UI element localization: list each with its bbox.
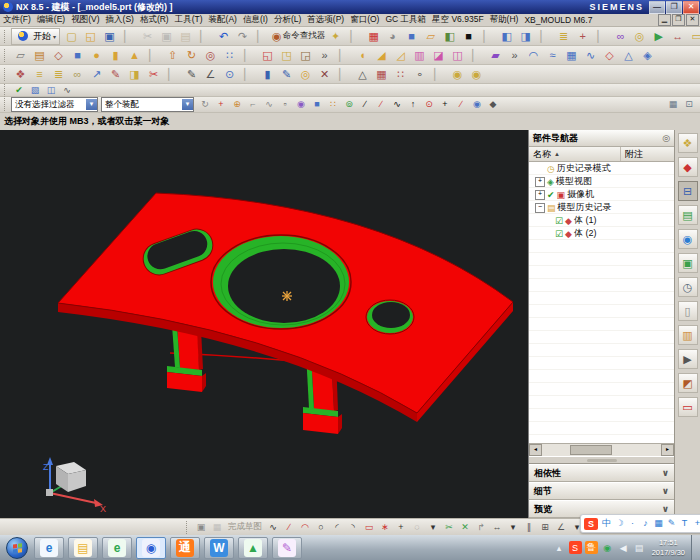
- sogou-voice[interactable]: ♪: [639, 517, 652, 530]
- separator[interactable]: ▏: [252, 28, 271, 44]
- render-style[interactable]: ▦: [209, 521, 225, 534]
- selection-scope-combo[interactable]: 整个装配 ▼: [101, 97, 194, 112]
- separator[interactable]: ▏: [334, 47, 353, 63]
- group-objects[interactable]: ∘: [410, 66, 429, 82]
- menu-item[interactable]: 信息(I): [240, 14, 271, 26]
- ruled-surface[interactable]: ◠: [524, 47, 543, 63]
- subtract[interactable]: ◳: [277, 47, 296, 63]
- snap-enable[interactable]: +: [213, 98, 229, 111]
- separator[interactable]: ▏: [144, 47, 163, 63]
- separator[interactable]: ▏: [478, 28, 497, 44]
- offset-region[interactable]: ◨: [125, 66, 144, 82]
- quick-extend[interactable]: ✕: [457, 521, 473, 534]
- boss[interactable]: ▮: [258, 66, 277, 82]
- curve-dropdown[interactable]: ▾: [425, 521, 441, 534]
- trim-body[interactable]: ◪: [429, 47, 448, 63]
- object-inspect[interactable]: ⊙: [220, 66, 239, 82]
- sogou-logo-icon[interactable]: S: [584, 518, 598, 530]
- separator[interactable]: ▏: [239, 66, 258, 82]
- snapshot[interactable]: ▣: [193, 521, 209, 534]
- point[interactable]: +: [393, 521, 409, 534]
- toolbar-drag-handle[interactable]: [186, 521, 190, 534]
- studio-surface[interactable]: ◈: [638, 47, 657, 63]
- cut[interactable]: ✂: [138, 28, 157, 44]
- checkbox-icon[interactable]: ☑: [555, 216, 563, 226]
- shaded-view[interactable]: ■: [402, 28, 421, 44]
- maximize-view[interactable]: ⊡: [681, 98, 697, 111]
- through-curves[interactable]: ≈: [543, 47, 562, 63]
- taskbar-clock[interactable]: 17:51 2017/9/30: [652, 538, 685, 558]
- snap-center[interactable]: ⊙: [421, 98, 437, 111]
- constraints[interactable]: ⊞: [537, 521, 553, 534]
- tree-expander[interactable]: −: [535, 203, 545, 213]
- snap-arrow[interactable]: ↑: [405, 98, 421, 111]
- checkbox-icon[interactable]: ✔: [547, 190, 555, 200]
- sketch-in-task-env[interactable]: ▤: [30, 47, 49, 63]
- separator[interactable]: ▏: [535, 28, 554, 44]
- snap-handles[interactable]: +: [573, 28, 592, 44]
- menu-item[interactable]: 视图(V): [68, 14, 102, 26]
- checkbox-icon[interactable]: ☑: [555, 229, 563, 239]
- menu-item[interactable]: 首选项(P): [304, 14, 347, 26]
- move-to-layer[interactable]: ≣: [49, 66, 68, 82]
- cylinder-primitive[interactable]: ▮: [106, 47, 125, 63]
- restore-button[interactable]: ❐: [666, 1, 682, 14]
- start-menu-button[interactable]: 开始 ▾: [11, 28, 60, 45]
- sphere[interactable]: ●: [87, 47, 106, 63]
- scrollbar-thumb[interactable]: [570, 445, 612, 455]
- web-browser[interactable]: ◉: [678, 229, 698, 249]
- swept[interactable]: ∿: [581, 47, 600, 63]
- tree-expander[interactable]: +: [535, 190, 545, 200]
- horizontal-scrollbar[interactable]: ◂ ▸: [529, 443, 674, 456]
- separator[interactable]: ▏: [119, 28, 138, 44]
- snap-rotate[interactable]: ⊚: [341, 98, 357, 111]
- menu-item[interactable]: 窗口(O): [347, 14, 382, 26]
- menu-item[interactable]: GC 工具箱: [382, 14, 429, 26]
- minimize-button[interactable]: —: [649, 1, 665, 14]
- fillet[interactable]: ◜: [329, 521, 345, 534]
- tree-row[interactable]: ☑ ◆ 体 (2): [529, 227, 674, 240]
- snap-select[interactable]: ⌐: [245, 98, 261, 111]
- toolbar-drag-handle[interactable]: [4, 84, 8, 97]
- tree-expander[interactable]: +: [535, 177, 545, 187]
- snap-midpoint[interactable]: ∕: [373, 98, 389, 111]
- sogou-skin[interactable]: T: [678, 517, 691, 530]
- menu-item[interactable]: 星空 V6.935F: [429, 14, 487, 26]
- draft[interactable]: ◿: [391, 47, 410, 63]
- taskbar-nx[interactable]: ◉: [136, 537, 166, 559]
- column-name[interactable]: 名称 ▲: [529, 147, 621, 161]
- pattern-geometry[interactable]: ❖: [11, 66, 30, 82]
- pin-icon[interactable]: ◎: [662, 133, 670, 143]
- snap-eye[interactable]: ◉: [469, 98, 485, 111]
- show-desktop-button[interactable]: [691, 535, 700, 560]
- scroll-left-icon[interactable]: ◂: [529, 444, 542, 456]
- separator[interactable]: ▏: [592, 28, 611, 44]
- split-body[interactable]: ◫: [448, 47, 467, 63]
- separator[interactable]: ▏: [429, 66, 448, 82]
- tray-app-orange[interactable]: 鲁: [585, 541, 598, 554]
- line[interactable]: ∕: [281, 521, 297, 534]
- start-visualization[interactable]: ▶: [649, 28, 668, 44]
- cone[interactable]: ▲: [125, 47, 144, 63]
- studio-spline[interactable]: ∿: [265, 521, 281, 534]
- taskbar-cad-viewer[interactable]: ▲: [238, 537, 268, 559]
- start-orb-button[interactable]: [6, 537, 28, 559]
- sketch-view[interactable]: ▧: [27, 84, 43, 97]
- corner[interactable]: ◝: [345, 521, 361, 534]
- toolbar-drag-handle[interactable]: [4, 30, 8, 43]
- dimension-dropdown[interactable]: ▾: [505, 521, 521, 534]
- measure-distance[interactable]: ✎: [182, 66, 201, 82]
- bounded-plane[interactable]: ▦: [372, 66, 391, 82]
- sogou-punctuation[interactable]: ·: [626, 517, 639, 530]
- unlock-feature[interactable]: ◉: [467, 66, 486, 82]
- tray-network[interactable]: ▤: [633, 541, 646, 554]
- history-palette[interactable]: ◷: [678, 277, 698, 297]
- menu-item[interactable]: 插入(S): [103, 14, 137, 26]
- optimize-face[interactable]: ∷: [391, 66, 410, 82]
- touch-panel[interactable]: ▭: [678, 397, 698, 417]
- layer-settings[interactable]: ≡: [30, 66, 49, 82]
- tree-row[interactable]: + ◈ 模型视图: [529, 175, 674, 188]
- menu-item[interactable]: 格式(R): [137, 14, 172, 26]
- new-file[interactable]: ▢: [62, 28, 81, 44]
- triangle-mesh[interactable]: △: [353, 66, 372, 82]
